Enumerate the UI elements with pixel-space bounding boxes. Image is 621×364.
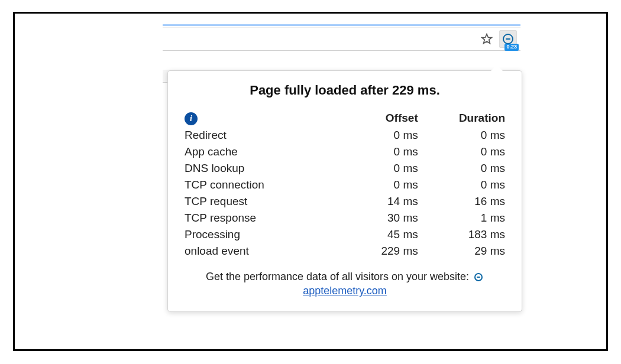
table-row: DNS lookup 0 ms 0 ms [185, 161, 505, 176]
footer-text: Get the performance data of all visitors… [206, 271, 469, 282]
bookmark-star-icon[interactable] [480, 32, 493, 46]
metric-offset: 0 ms [332, 161, 418, 176]
metric-label: onload event [185, 243, 331, 259]
toolbar-accent [163, 24, 520, 26]
table-row: TCP connection 0 ms 0 ms [185, 177, 505, 193]
metric-label: DNS lookup [185, 161, 331, 176]
extension-button[interactable]: 0.23 [499, 30, 517, 48]
svg-marker-0 [482, 34, 492, 44]
extension-badge: 0.23 [504, 44, 519, 51]
table-row: Redirect 0 ms 0 ms [185, 128, 505, 143]
table-row: App cache 0 ms 0 ms [185, 144, 505, 160]
screenshot-frame: 0.23 Page fully loaded after 229 ms. i O… [13, 12, 608, 351]
info-icon[interactable]: i [185, 112, 198, 125]
metric-duration: 1 ms [419, 210, 505, 226]
metric-offset: 0 ms [332, 128, 418, 143]
metric-duration: 0 ms [419, 161, 505, 176]
metric-label: Redirect [185, 128, 331, 143]
col-header-offset: Offset [332, 110, 418, 126]
metric-duration: 0 ms [419, 144, 505, 160]
popup-title: Page fully loaded after 229 ms. [183, 83, 506, 98]
popup-footer: Get the performance data of all visitors… [183, 269, 506, 298]
metric-label: TCP request [185, 194, 331, 209]
metric-duration: 0 ms [419, 177, 505, 193]
footer-link[interactable]: apptelemetry.com [303, 285, 387, 297]
metric-duration: 183 ms [419, 227, 505, 242]
metric-offset: 30 ms [332, 210, 418, 226]
metric-offset: 0 ms [332, 144, 418, 160]
extension-icon [503, 34, 513, 44]
metric-duration: 29 ms [419, 243, 505, 259]
metric-label: App cache [185, 144, 331, 160]
timing-table: i Offset Duration Redirect 0 ms 0 ms App… [183, 109, 506, 260]
timing-popup: Page fully loaded after 229 ms. i Offset… [167, 70, 522, 312]
col-header-duration: Duration [419, 110, 505, 126]
metric-duration: 0 ms [419, 128, 505, 143]
metric-label: Processing [185, 227, 331, 242]
table-header-row: i Offset Duration [185, 110, 505, 126]
metric-offset: 0 ms [332, 177, 418, 193]
table-row: onload event 229 ms 29 ms [185, 243, 505, 259]
metric-label: TCP connection [185, 177, 331, 193]
table-row: Processing 45 ms 183 ms [185, 227, 505, 242]
apptelemetry-icon [474, 273, 483, 281]
metric-offset: 229 ms [332, 243, 418, 259]
metric-label: TCP response [185, 210, 331, 226]
metric-offset: 14 ms [332, 194, 418, 209]
metric-offset: 45 ms [332, 227, 418, 242]
table-row: TCP response 30 ms 1 ms [185, 210, 505, 226]
metric-duration: 16 ms [419, 194, 505, 209]
omnibox-row: 0.23 [163, 27, 520, 51]
table-row: TCP request 14 ms 16 ms [185, 194, 505, 209]
